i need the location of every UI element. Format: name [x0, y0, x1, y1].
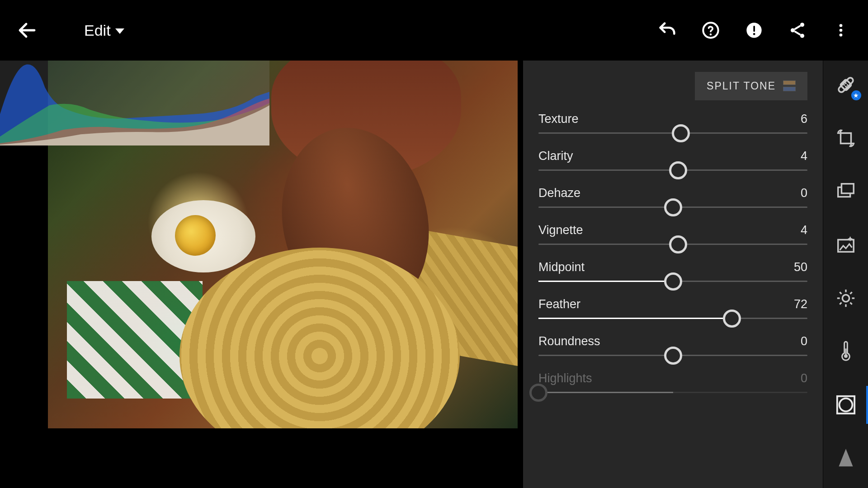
vignette-icon: [835, 394, 856, 415]
more-menu-button[interactable]: [822, 11, 860, 49]
slider-track[interactable]: [538, 355, 807, 356]
brightness-icon: [835, 288, 856, 309]
help-button[interactable]: [692, 11, 730, 49]
svg-point-32: [839, 399, 852, 412]
slider-value: 72: [794, 297, 807, 311]
svg-point-29: [844, 354, 848, 358]
slider-label: Midpoint: [538, 260, 585, 274]
crop-tool[interactable]: [833, 126, 859, 151]
help-icon: [702, 21, 720, 39]
svg-point-9: [840, 29, 843, 32]
svg-rect-3: [753, 26, 755, 32]
slider-thumb: [529, 384, 547, 402]
tool-rail: ★: [823, 61, 868, 488]
effects-panel: SPLIT TONE Texture6Clarity4Dehaze0Vignet…: [523, 61, 823, 488]
svg-point-16: [845, 86, 847, 88]
histogram[interactable]: [0, 61, 269, 145]
slider-roundness[interactable]: Roundness0: [538, 334, 807, 356]
slider-value: 0: [801, 186, 807, 200]
presets-tool[interactable]: [833, 179, 859, 204]
svg-point-1: [710, 33, 712, 35]
slider-label: Texture: [538, 112, 579, 126]
more-vertical-icon: [833, 22, 849, 38]
svg-point-10: [840, 33, 843, 37]
caret-down-icon: [115, 28, 124, 34]
svg-point-5: [800, 23, 804, 27]
slider-texture[interactable]: Texture6: [538, 112, 807, 134]
undo-button[interactable]: [648, 11, 686, 49]
mode-selector[interactable]: Edit: [52, 22, 124, 39]
premium-badge-icon: ★: [851, 90, 861, 100]
svg-point-13: [845, 83, 847, 84]
svg-line-28: [850, 292, 852, 294]
svg-point-14: [843, 84, 845, 86]
content: SPLIT TONE Texture6Clarity4Dehaze0Vignet…: [0, 61, 868, 488]
slider-thumb[interactable]: [664, 347, 682, 365]
slider-clarity[interactable]: Clarity4: [538, 149, 807, 171]
slider-highlights: Highlights0: [538, 371, 807, 393]
svg-point-4: [753, 33, 755, 35]
undo-icon: [657, 20, 678, 41]
slider-track[interactable]: [538, 244, 807, 245]
slider-thumb[interactable]: [723, 310, 741, 328]
info-button[interactable]: [735, 11, 773, 49]
slider-dehaze[interactable]: Dehaze0: [538, 186, 807, 208]
color-tool[interactable]: [833, 339, 859, 364]
slider-thumb[interactable]: [664, 272, 682, 291]
crop-icon: [835, 128, 856, 149]
effects-tool[interactable]: [833, 392, 859, 418]
slider-thumb[interactable]: [664, 198, 682, 216]
slider-label: Dehaze: [538, 186, 580, 200]
slider-label: Roundness: [538, 334, 600, 348]
slider-label: Feather: [538, 297, 580, 311]
slider-feather[interactable]: Feather72: [538, 297, 807, 319]
slider-thumb[interactable]: [669, 235, 687, 253]
detail-icon: [837, 448, 855, 469]
slider-label: Vignette: [538, 223, 583, 237]
slider-value: 4: [801, 223, 807, 237]
svg-point-7: [800, 34, 804, 38]
slider-value: 50: [794, 260, 807, 274]
svg-point-8: [840, 24, 843, 27]
sliders-list: Texture6Clarity4Dehaze0Vignette4Midpoint…: [538, 112, 807, 408]
slider-track[interactable]: [538, 318, 807, 319]
share-icon: [788, 21, 807, 40]
slider-value: 4: [801, 149, 807, 163]
info-alert-icon: [745, 21, 763, 39]
slider-track[interactable]: [538, 169, 807, 171]
mode-label: Edit: [84, 22, 111, 39]
presets-icon: [835, 181, 856, 202]
split-tone-button[interactable]: SPLIT TONE: [695, 72, 807, 100]
slider-track[interactable]: [538, 281, 807, 282]
image-canvas-area[interactable]: [0, 61, 523, 488]
svg-line-27: [840, 303, 841, 305]
slider-thumb[interactable]: [672, 124, 690, 142]
slider-track[interactable]: [538, 206, 807, 208]
heal-tool[interactable]: ★: [833, 72, 859, 98]
slider-vignette[interactable]: Vignette4: [538, 223, 807, 245]
svg-line-26: [850, 303, 852, 305]
slider-label: Clarity: [538, 149, 573, 163]
svg-line-25: [840, 292, 841, 294]
svg-point-20: [842, 295, 849, 301]
svg-rect-18: [841, 184, 854, 193]
slider-label: Highlights: [538, 371, 592, 385]
light-tool[interactable]: [833, 286, 859, 311]
slider-midpoint[interactable]: Midpoint50: [538, 260, 807, 282]
slider-thumb[interactable]: [669, 161, 687, 179]
slider-track: [538, 392, 807, 393]
slider-track[interactable]: [538, 132, 807, 134]
auto-enhance-icon: [835, 235, 856, 255]
back-button[interactable]: [8, 11, 46, 49]
detail-tool[interactable]: [833, 446, 859, 471]
back-arrow-icon: [16, 19, 38, 41]
slider-value: 6: [801, 112, 807, 126]
split-tone-label: SPLIT TONE: [707, 80, 776, 92]
share-button[interactable]: [778, 11, 816, 49]
auto-tool[interactable]: [833, 232, 859, 258]
top-bar: Edit: [0, 0, 868, 61]
thermometer-icon: [837, 341, 855, 362]
slider-value: 0: [801, 334, 807, 348]
split-tone-icon: [783, 80, 796, 91]
svg-point-15: [846, 84, 848, 86]
